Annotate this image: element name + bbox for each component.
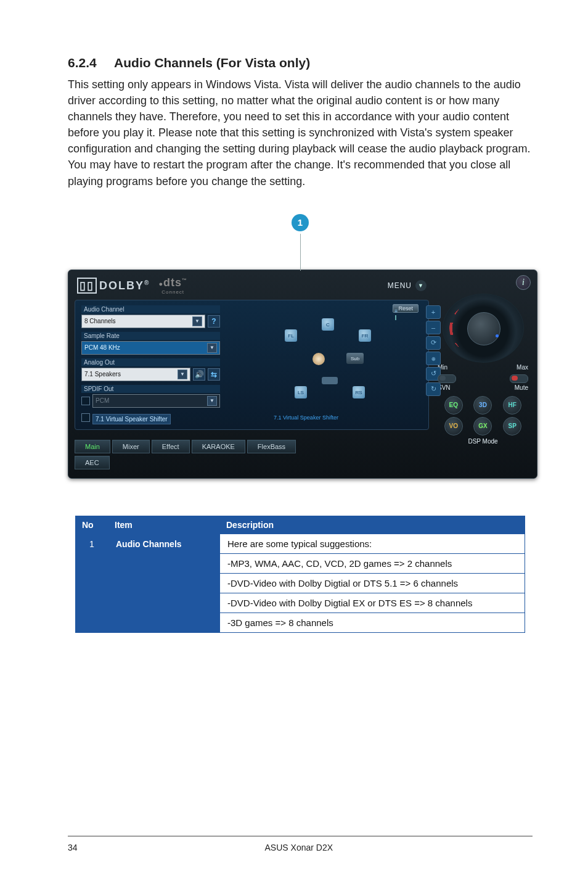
tab-main[interactable]: Main xyxy=(75,440,110,453)
zoom-out-button[interactable]: – xyxy=(426,321,441,334)
desc-line: -DVD-Video with Dolby Digtial or DTS 5.1… xyxy=(220,573,525,593)
volume-knob[interactable] xyxy=(443,294,524,363)
chevron-down-icon: ▼ xyxy=(192,316,202,326)
th-desc: Description xyxy=(220,516,525,534)
page-number: 34 xyxy=(68,843,78,852)
section-title-text: Audio Channels (For Vista only) xyxy=(114,56,310,70)
svn-switch[interactable] xyxy=(438,374,456,383)
dsp-chip[interactable]: SP xyxy=(503,417,521,435)
chevron-down-icon: ▼ xyxy=(207,343,217,353)
help-button[interactable]: ? xyxy=(208,315,220,328)
audio-panel: ▯▯DOLBY® ●dts™ Connect MENU ▼ Audio Chan… xyxy=(68,270,537,479)
chevron-down-icon: ▼ xyxy=(207,396,217,406)
cw-button[interactable]: ↻ xyxy=(426,382,441,396)
vss-label: 7.1 Virtual Speaker Shifter xyxy=(92,414,171,424)
row-no: 1 xyxy=(76,534,108,632)
desc-line: -DVD-Video with Dolby Digtial EX or DTS … xyxy=(220,593,525,613)
speaker-bar[interactable] xyxy=(322,377,338,384)
sample-rate-select[interactable]: PCM 48 KHz ▼ xyxy=(81,341,220,355)
speaker-ls[interactable]: LS xyxy=(295,386,307,398)
tab-karaoke[interactable]: KARAOKE xyxy=(192,440,245,453)
row-item: Audio Channels xyxy=(108,534,220,632)
dolby-logo: ▯▯DOLBY® xyxy=(77,278,150,294)
speaker-rs[interactable]: RS xyxy=(353,386,365,398)
spdif-out-select[interactable]: PCM ▼ xyxy=(92,394,220,408)
mute-label: Mute xyxy=(515,384,528,391)
dsp-chip[interactable]: GX xyxy=(473,417,492,435)
description-table: No Item Description 1 Audio Channels Her… xyxy=(75,516,525,633)
th-no: No xyxy=(76,516,108,534)
product-name: ASUS Xonar D2X xyxy=(265,843,333,852)
dsp-chip[interactable]: 3D xyxy=(473,396,492,415)
dts-logo: ●dts™ Connect xyxy=(158,276,187,295)
footer-rule xyxy=(68,836,533,836)
mute-switch[interactable] xyxy=(510,374,528,383)
tab-mixer[interactable]: Mixer xyxy=(112,440,150,453)
dsp-mode-label: DSP Mode xyxy=(435,438,531,445)
spdif-checkbox[interactable] xyxy=(81,397,90,405)
vol-max-label: Max xyxy=(517,364,528,371)
tab-effect[interactable]: Effect xyxy=(152,440,190,453)
menu-button[interactable]: MENU ▼ xyxy=(388,280,427,291)
zoom-in-button[interactable]: + xyxy=(426,305,441,319)
speaker-fr[interactable]: FR xyxy=(359,329,371,342)
audio-channel-label: Audio Channel xyxy=(81,305,220,313)
tab-aec[interactable]: AEC xyxy=(75,456,110,469)
stage-caption: 7.1 Virtual Speaker Shifter xyxy=(274,415,338,421)
speaker-sub[interactable]: Sub xyxy=(346,353,364,364)
audio-channel-select[interactable]: 8 Channels ▼ xyxy=(81,315,205,328)
dsp-chip[interactable]: VO xyxy=(444,417,463,435)
callout-leader xyxy=(300,234,301,271)
chevron-down-icon: ▼ xyxy=(178,369,187,379)
info-icon[interactable]: i xyxy=(516,275,531,290)
analog-out-label: Analog Out xyxy=(81,358,220,366)
analog-out-select[interactable]: 7.1 Speakers ▼ xyxy=(81,368,190,381)
speaker-icon[interactable]: 🔊 xyxy=(193,368,205,381)
swap-icon[interactable]: ⇆ xyxy=(208,368,220,381)
th-item: Item xyxy=(108,516,220,534)
section-number: 6.2.4 xyxy=(68,56,111,70)
desc-line: Here are some typical suggestions: xyxy=(220,534,525,553)
speaker-fl[interactable]: FL xyxy=(285,329,297,342)
vertical-slider[interactable]: ≡ xyxy=(394,308,398,320)
tab-flexbass[interactable]: FlexBass xyxy=(247,440,296,453)
callout-badge: 1 xyxy=(292,214,309,231)
desc-line: -MP3, WMA, AAC, CD, VCD, 2D games => 2 c… xyxy=(220,553,525,573)
dsp-chip[interactable]: EQ xyxy=(444,396,463,415)
desc-line: -3D games => 8 channels xyxy=(220,613,525,632)
spdif-out-label: SPDIF Out xyxy=(81,385,220,393)
rotate-button[interactable]: ⟳ xyxy=(426,336,441,350)
speaker-stage: FL C FR Sub LS RS 7.1 Virtual Speaker Sh… xyxy=(260,318,390,411)
vss-checkbox[interactable] xyxy=(81,413,90,422)
listener-icon[interactable] xyxy=(312,353,325,365)
dsp-chip[interactable]: HF xyxy=(503,396,521,415)
section-heading: 6.2.4 Audio Channels (For Vista only) xyxy=(68,56,533,70)
section-paragraph: This setting only appears in Windows Vis… xyxy=(68,76,533,189)
chevron-down-icon: ▼ xyxy=(415,280,427,291)
speaker-c[interactable]: C xyxy=(322,318,334,331)
sample-rate-label: Sample Rate xyxy=(81,332,220,340)
option-button[interactable]: ⎈ xyxy=(426,352,441,365)
